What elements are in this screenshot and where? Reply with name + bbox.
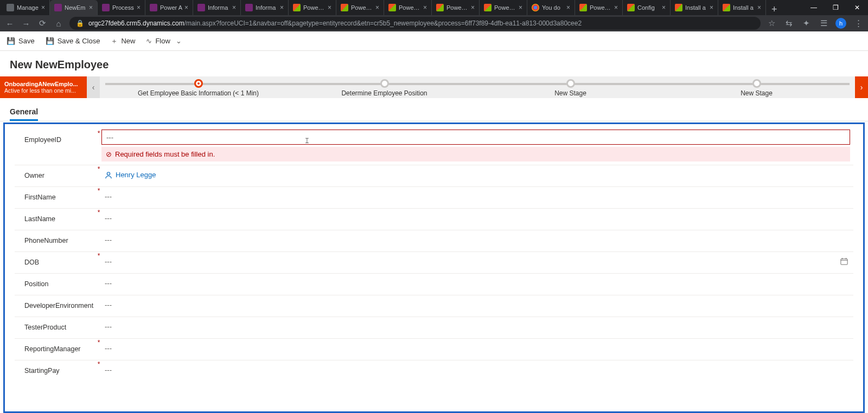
- phone-input[interactable]: ---: [101, 230, 853, 249]
- required-indicator: *: [96, 187, 101, 195]
- star-icon[interactable]: ☆: [766, 18, 777, 28]
- close-icon[interactable]: ×: [519, 4, 522, 11]
- firstname-input[interactable]: ---: [101, 187, 853, 206]
- back-icon[interactable]: ←: [4, 19, 15, 28]
- browser-tab[interactable]: Manage×: [2, 0, 50, 15]
- close-icon[interactable]: ×: [137, 4, 141, 11]
- close-window-icon[interactable]: ✕: [846, 0, 868, 15]
- flow-button[interactable]: ∿Flow⌄: [146, 37, 181, 45]
- close-icon[interactable]: ×: [423, 4, 427, 11]
- maximize-icon[interactable]: ❐: [825, 0, 846, 15]
- minimize-icon[interactable]: —: [803, 0, 825, 15]
- close-icon[interactable]: ×: [184, 4, 188, 11]
- svg-rect-1: [841, 259, 847, 265]
- forward-icon[interactable]: →: [21, 19, 31, 28]
- field-owner: Owner * Henry Legge: [15, 165, 853, 187]
- field-manager: ReportingManager * ---: [15, 339, 853, 360]
- reading-list-icon[interactable]: ☰: [818, 18, 829, 28]
- close-icon[interactable]: ×: [662, 4, 666, 11]
- reload-icon[interactable]: ⟳: [37, 18, 48, 28]
- browser-tab[interactable]: Power P×: [336, 0, 384, 15]
- field-label: StartingPay: [15, 360, 96, 381]
- menu-icon[interactable]: ⋮: [853, 18, 864, 28]
- lastname-input[interactable]: ---: [101, 209, 853, 228]
- profile-avatar[interactable]: h: [835, 18, 846, 29]
- home-icon[interactable]: ⌂: [53, 19, 64, 28]
- new-tab-button[interactable]: +: [766, 4, 783, 15]
- field-firstname: FirstName * ---: [15, 187, 853, 209]
- field-label: PhoneNumber: [15, 230, 96, 251]
- close-icon[interactable]: ×: [375, 4, 379, 11]
- save-button[interactable]: 💾Save: [7, 37, 35, 45]
- url-input[interactable]: 🔒 orgc27fdeb6.crm5.dynamics.com/main.asp…: [69, 17, 761, 30]
- browser-tab[interactable]: Power P×: [384, 0, 432, 15]
- browser-tab[interactable]: Informa×: [241, 0, 289, 15]
- dob-input[interactable]: ---: [101, 252, 853, 271]
- close-icon[interactable]: ×: [328, 4, 331, 11]
- error-icon: ⊘: [106, 150, 112, 158]
- browser-tab[interactable]: Install a×: [671, 0, 718, 15]
- bpf-stage[interactable]: New Stage: [477, 76, 663, 98]
- bpf-stage[interactable]: New Stage: [663, 76, 850, 98]
- browser-tab[interactable]: Power A×: [145, 0, 193, 15]
- browser-tab[interactable]: Config×: [623, 0, 671, 15]
- address-bar: ← → ⟳ ⌂ 🔒 orgc27fdeb6.crm5.dynamics.com/…: [0, 15, 868, 31]
- browser-tab[interactable]: Install a×: [718, 0, 766, 15]
- field-label: TesterProduct: [15, 317, 96, 338]
- browser-tab[interactable]: Power P×: [575, 0, 623, 15]
- required-indicator: *: [96, 130, 101, 137]
- field-label: EmployeeID: [15, 130, 96, 150]
- position-input[interactable]: ---: [101, 274, 853, 293]
- url-host: orgc27fdeb6.crm5.dynamics.com: [88, 20, 184, 27]
- close-icon[interactable]: ×: [280, 4, 284, 11]
- browser-tab[interactable]: Process×: [98, 0, 145, 15]
- close-icon[interactable]: ×: [471, 4, 475, 11]
- browser-tab[interactable]: Power P×: [432, 0, 480, 15]
- required-indicator: *: [96, 252, 101, 260]
- close-icon[interactable]: ×: [566, 4, 570, 11]
- bpf-process-flag[interactable]: OnboardingANewEmplo... Active for less t…: [0, 76, 87, 98]
- save-close-button[interactable]: 💾Save & Close: [46, 37, 100, 45]
- required-indicator: *: [96, 360, 101, 368]
- bpf-stage[interactable]: Determine Employee Position: [291, 76, 477, 98]
- field-label: DOB: [15, 252, 96, 273]
- field-label: Position: [15, 274, 96, 294]
- close-icon[interactable]: ×: [89, 4, 93, 11]
- form-tabs: General: [0, 102, 868, 121]
- owner-lookup[interactable]: Henry Legge: [105, 171, 850, 179]
- bpf-stage[interactable]: Get Employee Basic Information (< 1 Min): [105, 76, 291, 98]
- close-icon[interactable]: ×: [757, 4, 761, 11]
- employeeid-input[interactable]: [101, 130, 850, 145]
- share-icon[interactable]: ⇆: [783, 18, 794, 28]
- bpf-next-button[interactable]: ›: [855, 76, 868, 98]
- browser-chrome: Manage× NewEm× Process× Power A× Informa…: [0, 0, 868, 31]
- close-icon[interactable]: ×: [614, 4, 618, 11]
- devenv-input[interactable]: ---: [101, 295, 853, 314]
- close-icon[interactable]: ×: [41, 4, 45, 11]
- business-process-flow: OnboardingANewEmplo... Active for less t…: [0, 76, 868, 98]
- browser-tab[interactable]: Power P×: [480, 0, 527, 15]
- validation-error: ⊘ Required fields must be filled in.: [101, 147, 850, 162]
- field-label: FirstName: [15, 187, 96, 208]
- field-position: Position ---: [15, 274, 853, 295]
- required-indicator: *: [96, 339, 101, 346]
- bpf-prev-button[interactable]: ‹: [87, 76, 100, 98]
- new-button[interactable]: ＋New: [111, 36, 135, 46]
- text-cursor-icon: 𝙸: [304, 136, 305, 145]
- field-label: LastName: [15, 209, 96, 229]
- browser-tab[interactable]: Power P×: [289, 0, 336, 15]
- close-icon[interactable]: ×: [232, 4, 236, 11]
- tab-general[interactable]: General: [10, 107, 38, 121]
- manager-input[interactable]: ---: [101, 339, 853, 358]
- extensions-icon[interactable]: ✦: [801, 18, 812, 28]
- required-indicator: *: [96, 209, 101, 216]
- calendar-icon[interactable]: [840, 257, 848, 265]
- save-icon: 💾: [7, 37, 15, 45]
- browser-tab[interactable]: Informa×: [193, 0, 241, 15]
- close-icon[interactable]: ×: [710, 4, 713, 11]
- pay-input[interactable]: ---: [101, 360, 853, 379]
- browser-tab[interactable]: NewEm×: [50, 0, 98, 15]
- browser-tab[interactable]: You do×: [527, 0, 575, 15]
- field-dob: DOB * ---: [15, 252, 853, 274]
- tester-input[interactable]: ---: [101, 317, 853, 336]
